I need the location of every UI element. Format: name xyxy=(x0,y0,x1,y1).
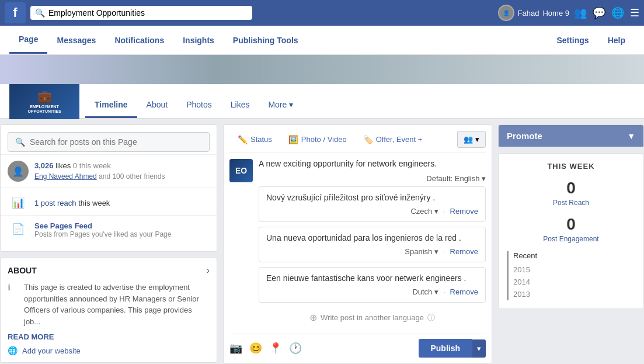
reach-section: 📊 1 post reach this week xyxy=(1,190,217,216)
topbar-search-input[interactable] xyxy=(48,8,248,18)
about-description: This page is created to advertise the em… xyxy=(24,282,210,327)
recent-year-2013[interactable]: 2013 xyxy=(513,288,635,300)
post-composer: ✏️ Status 🖼️ Photo / Video 🏷️ Offer, Eve… xyxy=(223,124,492,364)
dutch-remove-btn[interactable]: Remove xyxy=(450,287,478,296)
status-icon: ✏️ xyxy=(238,135,248,144)
status-tab[interactable]: ✏️ Status xyxy=(229,131,280,148)
emoji-icon[interactable]: 😊 xyxy=(249,342,262,355)
friends-icon[interactable]: 👥 xyxy=(574,6,587,19)
czech-lang-btn[interactable]: Czech ▾ xyxy=(410,207,438,216)
likes-this-week: 0 this week xyxy=(73,161,111,170)
read-more-link[interactable]: READ MORE xyxy=(8,332,210,341)
left-sidebar: 🔍 👤 3,026 likes 0 this week Eng Naveed A… xyxy=(0,124,217,363)
nav-settings[interactable]: Settings xyxy=(547,27,598,53)
schedule-icon[interactable]: 🕐 xyxy=(289,342,302,355)
search-bar[interactable]: 🔍 xyxy=(30,6,252,20)
avatar: 👤 xyxy=(498,5,514,21)
tab-likes[interactable]: Likes xyxy=(221,93,259,118)
nav-messages[interactable]: Messages xyxy=(47,27,105,53)
publish-button[interactable]: Publish xyxy=(419,339,472,358)
promote-card: Promote ▼ xyxy=(498,124,644,147)
audience-arrow: ▾ xyxy=(475,135,479,144)
offer-tab[interactable]: 🏷️ Offer, Event + xyxy=(355,131,431,148)
nav-publishing-tools[interactable]: Publishing Tools xyxy=(224,27,308,53)
this-week-title: THIS WEEK xyxy=(507,162,635,171)
recent-year-2015[interactable]: 2015 xyxy=(513,264,635,276)
home-link[interactable]: Home 9 xyxy=(542,9,569,18)
pages-feed-title[interactable]: See Pages Feed xyxy=(34,221,171,230)
dutch-text: Een nieuwe fantastische kans voor netwer… xyxy=(266,273,478,283)
about-card: ABOUT › ℹ This page is created to advert… xyxy=(0,258,217,363)
globe-icon[interactable]: 🌐 xyxy=(611,6,624,19)
promote-title: Promote xyxy=(507,131,542,141)
dutch-lang-btn[interactable]: Dutch ▾ xyxy=(412,287,438,296)
publish-dropdown-arrow[interactable]: ▾ xyxy=(472,339,486,358)
add-website-text: Add your website xyxy=(22,346,81,355)
logo-icon: 💼 xyxy=(37,89,52,103)
search-box[interactable]: 🔍 xyxy=(8,132,210,152)
audience-button[interactable]: 👥 ▾ xyxy=(457,131,486,148)
search-input[interactable] xyxy=(30,137,202,147)
czech-remove-btn[interactable]: Remove xyxy=(450,207,478,216)
post-type-tabs: ✏️ Status 🖼️ Photo / Video 🏷️ Offer, Eve… xyxy=(229,131,486,153)
recent-title: Recent xyxy=(513,251,635,260)
nav-icons: 👥 💬 🌐 ☰ xyxy=(574,6,639,19)
spanish-text: Una nueva oportunidad para los ingeniero… xyxy=(266,233,478,242)
pages-feed-section: 📄 See Pages Feed Posts from Pages you've… xyxy=(1,216,217,244)
tab-photos[interactable]: Photos xyxy=(177,93,221,118)
post-content-area: EO A new exciting opportunity for networ… xyxy=(229,159,486,328)
pages-feed-icon: 📄 xyxy=(8,221,29,235)
post-engagement-block: 0 Post Engagement xyxy=(507,215,635,243)
about-header: ABOUT › xyxy=(8,265,210,276)
bar-chart-icon: 📊 xyxy=(8,196,29,209)
spanish-lang-btn[interactable]: Spanish ▾ xyxy=(405,247,438,256)
nav-page[interactable]: Page xyxy=(9,26,47,54)
post-reach-block: 0 Post Reach xyxy=(507,179,635,207)
this-week-card: THIS WEEK 0 Post Reach 0 Post Engagement… xyxy=(498,153,644,309)
topbar: f 🔍 👤 Fahad Home 9 👥 💬 🌐 ☰ xyxy=(0,0,644,26)
location-icon[interactable]: 📍 xyxy=(269,342,282,355)
nav-notifications[interactable]: Notifications xyxy=(105,27,173,53)
add-language-icon: ⊕ xyxy=(309,312,317,323)
photo-attach-icon[interactable]: 📷 xyxy=(229,342,242,355)
messages-icon[interactable]: 💬 xyxy=(593,6,605,19)
tab-more[interactable]: More ▾ xyxy=(259,93,302,118)
main-layout: 🔍 👤 3,026 likes 0 this week Eng Naveed A… xyxy=(0,119,644,364)
center-content: ✏️ Status 🖼️ Photo / Video 🏷️ Offer, Eve… xyxy=(217,124,498,364)
likes-section: 👤 3,026 likes 0 this week Eng Naveed Ahm… xyxy=(1,154,217,188)
search-icon: 🔍 xyxy=(35,8,45,18)
czech-footer: Czech ▾ · Remove xyxy=(266,207,478,216)
publish-btn-group: Publish ▾ xyxy=(419,339,486,358)
page-nav: Page Messages Notifications Insights Pub… xyxy=(0,26,644,55)
tab-about[interactable]: About xyxy=(137,93,177,118)
facebook-logo: f xyxy=(5,2,26,23)
tab-timeline[interactable]: Timeline xyxy=(85,93,137,118)
search-card: 🔍 👤 3,026 likes 0 this week Eng Naveed A… xyxy=(0,124,217,252)
post-text-area: A new exciting opportunity for network e… xyxy=(259,159,486,328)
recent-year-2014[interactable]: 2014 xyxy=(513,276,635,288)
add-language-label: Write post in another language xyxy=(321,313,424,322)
recent-section: Recent 2015 2014 2013 xyxy=(507,251,635,300)
photo-icon: 🖼️ xyxy=(288,135,298,144)
page-tabs: Timeline About Photos Likes More ▾ xyxy=(79,93,644,118)
search-icon: 🔍 xyxy=(15,137,25,147)
cover-strip xyxy=(0,55,644,84)
czech-text: Nový vzrušující příležitost pro síťové i… xyxy=(266,193,478,202)
nav-insights[interactable]: Insights xyxy=(173,27,224,53)
about-expand-icon[interactable]: › xyxy=(207,265,210,276)
offer-icon: 🏷️ xyxy=(363,135,373,144)
menu-icon[interactable]: ☰ xyxy=(630,6,639,19)
photo-tab[interactable]: 🖼️ Photo / Video xyxy=(280,131,355,148)
post-page-icon: EO xyxy=(229,159,253,182)
default-language-btn[interactable]: Default: English ▾ xyxy=(426,174,486,183)
translation-dutch: Een nieuwe fantastische kans voor netwer… xyxy=(259,267,486,303)
user-info: 👤 Fahad Home 9 xyxy=(498,5,569,21)
likes-friends: Eng Naveed Ahmed and 100 other friends xyxy=(34,172,165,181)
spanish-remove-btn[interactable]: Remove xyxy=(450,247,478,256)
add-website-row[interactable]: 🌐 Add your website xyxy=(8,346,210,355)
add-language-row[interactable]: ⊕ Write post in another language ⓘ xyxy=(259,307,486,328)
nav-help[interactable]: Help xyxy=(598,27,635,53)
main-post-text: A new exciting opportunity for network e… xyxy=(259,159,486,168)
promote-header[interactable]: Promote ▼ xyxy=(499,125,643,147)
promote-arrow-icon: ▼ xyxy=(627,131,635,141)
